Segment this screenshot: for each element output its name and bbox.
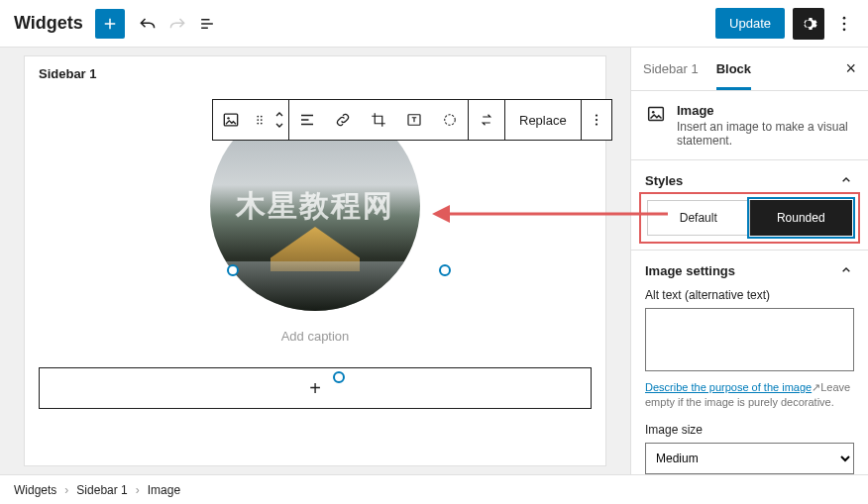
alt-text-label: Alt text (alternative text) <box>645 288 854 302</box>
styles-heading[interactable]: Styles <box>645 172 854 188</box>
replace-button[interactable]: Replace <box>505 100 581 140</box>
alt-help-text: Describe the purpose of the image↗Leave … <box>645 380 854 411</box>
alt-help-link[interactable]: Describe the purpose of the image <box>645 381 812 393</box>
add-block-button[interactable] <box>95 9 125 39</box>
svg-point-6 <box>261 116 263 118</box>
align-icon <box>298 111 316 129</box>
block-toolbar: Replace <box>212 99 612 141</box>
more-vertical-icon <box>588 111 605 129</box>
block-title: Image <box>677 103 854 118</box>
page-title: Widgets <box>14 13 83 34</box>
svg-point-1 <box>843 22 846 25</box>
image-settings-heading[interactable]: Image settings <box>645 262 854 278</box>
drag-icon <box>253 113 267 127</box>
svg-point-15 <box>596 123 597 125</box>
undo-icon <box>138 14 158 34</box>
block-type-button[interactable] <box>213 100 249 140</box>
align-button[interactable] <box>289 100 325 140</box>
redo-icon <box>167 14 187 34</box>
svg-point-12 <box>445 115 456 126</box>
settings-button[interactable] <box>793 8 824 40</box>
widget-area-title: Sidebar 1 <box>39 66 592 81</box>
image-icon <box>221 110 241 130</box>
redo-button[interactable] <box>163 9 192 39</box>
svg-point-17 <box>652 111 655 114</box>
update-button[interactable]: Update <box>715 8 785 39</box>
text-overlay-button[interactable] <box>396 100 432 140</box>
close-inspector-button[interactable]: × <box>845 58 856 79</box>
resize-handle-left[interactable] <box>227 264 239 276</box>
svg-point-13 <box>596 114 597 116</box>
svg-point-8 <box>261 119 263 121</box>
caption-input[interactable]: Add caption <box>281 329 350 344</box>
block-info-section: Image Insert an image to make a visual s… <box>631 91 868 160</box>
transform-button[interactable] <box>469 100 504 140</box>
text-over-image-icon <box>405 111 423 129</box>
link-button[interactable] <box>325 100 361 140</box>
alt-text-input[interactable] <box>645 308 854 371</box>
chevron-up-icon <box>838 262 854 278</box>
resize-handle-right[interactable] <box>439 264 451 276</box>
top-bar: Widgets Update <box>0 0 868 48</box>
more-options-button[interactable] <box>828 8 860 40</box>
chevron-right-icon: › <box>136 483 140 497</box>
move-up-down[interactable] <box>271 100 288 140</box>
svg-point-2 <box>843 28 846 31</box>
more-vertical-icon <box>834 14 854 34</box>
crumb-sidebar1[interactable]: Sidebar 1 <box>76 483 127 497</box>
duotone-button[interactable] <box>432 100 468 140</box>
styles-section: Styles Default Rounded <box>631 160 868 251</box>
svg-point-0 <box>843 16 846 19</box>
styles-annotation-box: Default Rounded <box>639 192 860 244</box>
undo-button[interactable] <box>133 9 163 39</box>
block-description: Insert an image to make a visual stateme… <box>677 120 854 148</box>
chevrons-icon <box>274 109 284 131</box>
gear-icon <box>799 14 818 34</box>
image-settings-section: Image settings Alt text (alternative tex… <box>631 251 868 474</box>
svg-point-7 <box>257 119 259 121</box>
crop-icon <box>370 111 387 129</box>
inspector-tabs: Sidebar 1 Block × <box>631 48 868 91</box>
chevron-up-icon <box>838 172 854 188</box>
svg-point-10 <box>261 123 263 125</box>
block-appender[interactable]: + <box>39 367 592 409</box>
tab-sidebar[interactable]: Sidebar 1 <box>643 48 699 90</box>
svg-point-5 <box>257 116 259 118</box>
circle-dashed-icon <box>441 111 459 129</box>
watermark-text: 木星教程网 <box>236 186 394 227</box>
image-icon <box>645 103 667 125</box>
crumb-widgets[interactable]: Widgets <box>14 483 56 497</box>
breadcrumb: Widgets › Sidebar 1 › Image <box>0 474 868 504</box>
list-view-button[interactable] <box>192 9 222 39</box>
image-size-select[interactable]: Medium <box>645 443 854 474</box>
link-icon <box>334 111 352 129</box>
crop-button[interactable] <box>361 100 396 140</box>
style-default-button[interactable]: Default <box>647 200 750 236</box>
drag-handle[interactable] <box>249 100 271 140</box>
plus-icon: + <box>309 377 321 400</box>
editor-canvas: Sidebar 1 木星教程网 Add caption + <box>0 48 630 474</box>
crumb-image[interactable]: Image <box>148 483 180 497</box>
inspector-sidebar: Sidebar 1 Block × Image Insert an image … <box>630 48 868 474</box>
chevron-right-icon: › <box>64 483 68 497</box>
svg-point-14 <box>596 119 597 121</box>
svg-point-4 <box>227 117 229 119</box>
style-rounded-button[interactable]: Rounded <box>750 200 853 236</box>
external-icon: ↗ <box>812 381 820 393</box>
swap-icon <box>478 111 495 129</box>
resize-handle-bottom[interactable] <box>333 371 345 383</box>
tab-block[interactable]: Block <box>716 48 751 90</box>
list-view-icon <box>197 14 217 34</box>
svg-point-9 <box>257 123 259 125</box>
image-size-label: Image size <box>645 423 854 437</box>
plus-icon <box>101 15 119 33</box>
block-more-button[interactable] <box>582 100 611 140</box>
